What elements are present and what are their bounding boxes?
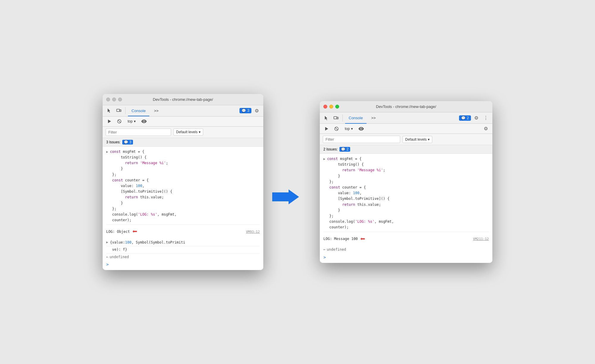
chat-icon-right: 💬 (461, 116, 466, 120)
maximize-button-right[interactable] (335, 105, 339, 109)
devtools-window-left: DevTools - chrome://new-tab-page/ Consol… (103, 94, 263, 270)
close-button-left[interactable] (106, 98, 110, 101)
select-tool-icon[interactable] (105, 106, 113, 115)
r-code-line-10: } (323, 208, 489, 213)
code-line-13: counter); (106, 217, 260, 223)
object-detail-2: ve): f} (106, 246, 260, 253)
separator-right (342, 114, 343, 122)
title-bar-right: DevTools - chrome://new-tab-page/ (320, 101, 492, 112)
svg-rect-6 (334, 117, 337, 119)
r-code-line-12: console.log('LOG: %s', msgFmt, (323, 219, 489, 225)
toolbar-right-left: 💬 3 ⚙ (238, 106, 261, 115)
issues-chat-icon-right: 💬 (341, 147, 345, 151)
svg-marker-5 (272, 189, 299, 204)
main-toolbar-right: Console >> 💬 2 ⚙ ⋮ (320, 112, 492, 124)
settings-console-icon-right[interactable]: ⚙ (482, 125, 490, 133)
filter-input-left[interactable] (106, 128, 171, 136)
r-code-line-2: toString() { (323, 162, 489, 167)
r-code-line-9: return this.value; (323, 202, 489, 208)
settings-icon-right[interactable]: ⚙ (472, 114, 480, 122)
issues-badge-toolbar-left[interactable]: 💬 3 (239, 108, 251, 113)
code-line-7: value: 100, (106, 183, 260, 189)
undefined-line-left: ← undefined (106, 254, 260, 260)
device-toggle-icon[interactable] (115, 106, 123, 115)
r-code-line-5: }; (323, 179, 489, 185)
settings-icon-left[interactable]: ⚙ (253, 106, 261, 115)
levels-arrow-right: ▾ (428, 137, 430, 142)
code-line-8: [Symbol.toPrimitive]() { (106, 189, 260, 194)
maximize-button-left[interactable] (118, 98, 122, 101)
code-line-1: ▶ const msgFmt = { (106, 149, 260, 155)
more-tabs-right[interactable]: >> (368, 112, 379, 124)
window-title-right: DevTools - chrome://new-tab-page/ (376, 104, 436, 109)
issues-bar-right: 2 Issues: 💬 2 (320, 145, 492, 154)
log-output-left: LOG: Object ⬅ VM93:12 (106, 224, 260, 239)
more-tabs-left[interactable]: >> (151, 105, 162, 116)
issues-bar-left: 3 Issues: 💬 3 (103, 138, 263, 147)
more-options-icon-right[interactable]: ⋮ (482, 114, 490, 122)
expand-obj-arrow[interactable]: ▶ (106, 240, 108, 245)
traffic-lights-left (106, 98, 122, 101)
prompt-left[interactable]: > (106, 260, 260, 268)
code-line-3: return 'Message %i'; (106, 160, 260, 166)
between-arrow-container (263, 188, 308, 206)
red-arrow-left: ⬅ (132, 225, 137, 239)
prompt-right[interactable]: > (323, 253, 489, 261)
r-expand-arrow-1[interactable]: ▶ (323, 156, 325, 162)
dropdown-arrow-left: ▾ (134, 119, 136, 123)
r-code-line-8: [Symbol.toPrimitive]() { (323, 196, 489, 202)
play-icon-right[interactable] (322, 125, 331, 133)
eye-icon-right[interactable] (357, 125, 365, 133)
vm-link-left[interactable]: VM93:12 (246, 229, 260, 235)
svg-rect-0 (117, 109, 120, 112)
svg-marker-2 (108, 120, 111, 123)
top-dropdown-right[interactable]: top ▾ (342, 126, 355, 132)
close-button-right[interactable] (323, 105, 327, 109)
code-line-11: }; (106, 206, 260, 212)
block-icon-left[interactable] (115, 117, 123, 125)
forward-arrow (272, 188, 299, 206)
separator-1 (125, 107, 126, 114)
select-tool-icon-right[interactable] (322, 114, 331, 122)
code-line-10: } (106, 200, 260, 206)
console-tab-right[interactable]: Console (345, 112, 367, 124)
code-line-6: const counter = { (106, 178, 260, 183)
r-code-line-4: } (323, 173, 489, 179)
block-icon-right[interactable] (332, 125, 341, 133)
title-bar-left: DevTools - chrome://new-tab-page/ (103, 94, 263, 105)
top-dropdown-left[interactable]: top ▾ (125, 118, 138, 124)
levels-arrow-left: ▾ (199, 130, 201, 134)
play-icon-left[interactable] (105, 117, 113, 125)
expand-arrow-1[interactable]: ▶ (106, 149, 108, 155)
issues-badge-toolbar-right[interactable]: 💬 2 (459, 115, 471, 121)
console-tab-left[interactable]: Console (128, 105, 149, 116)
issues-count-badge-right[interactable]: 💬 2 (339, 147, 350, 152)
r-code-line-3: return 'Message %i'; (323, 167, 489, 173)
issues-count-badge-left[interactable]: 💬 3 (122, 140, 133, 145)
minimize-button-left[interactable] (112, 98, 116, 101)
r-code-line-7: value: 100, (323, 190, 489, 196)
filter-input-right[interactable] (323, 136, 400, 143)
red-arrow-right: ⬅ (360, 233, 365, 246)
filter-bar-right: Default levels ▾ (320, 134, 492, 145)
vm-link-right[interactable]: VM211:12 (473, 236, 489, 242)
svg-line-10 (335, 127, 338, 130)
r-code-line-13: counter); (323, 225, 489, 230)
device-toggle-icon-right[interactable] (332, 114, 340, 122)
code-line-12: console.log('LOG: %s', msgFmt, (106, 212, 260, 217)
default-levels-button-right[interactable]: Default levels ▾ (403, 136, 432, 143)
devtools-window-right: DevTools - chrome://new-tab-page/ Consol… (320, 101, 492, 263)
filter-bar-left: Default levels ▾ (103, 127, 263, 138)
issues-chat-icon-left: 💬 (124, 140, 128, 144)
default-levels-button-left[interactable]: Default levels ▾ (173, 128, 203, 136)
console-content-left: ▶ const msgFmt = { toString() { return '… (103, 147, 263, 270)
main-toolbar-left: Console >> 💬 3 ⚙ (103, 105, 263, 117)
r-code-line-1: ▶ const msgFmt = { (323, 156, 489, 162)
r-code-line-11: }; (323, 213, 489, 219)
code-line-9: return this.value; (106, 194, 260, 200)
minimize-button-right[interactable] (329, 105, 333, 109)
code-line-4: } (106, 166, 260, 172)
eye-icon-left[interactable] (140, 117, 148, 125)
code-line-2: toString() { (106, 155, 260, 160)
console-toolbar-left: top ▾ (103, 117, 263, 127)
